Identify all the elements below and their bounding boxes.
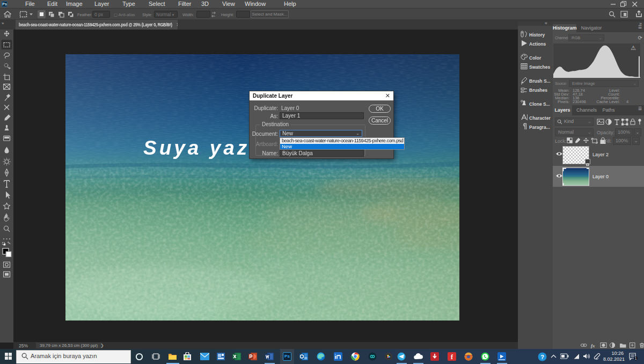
- svg-text:1: 1: [635, 356, 637, 360]
- svg-text:fx: fx: [591, 343, 595, 348]
- svg-text:?: ?: [540, 354, 544, 360]
